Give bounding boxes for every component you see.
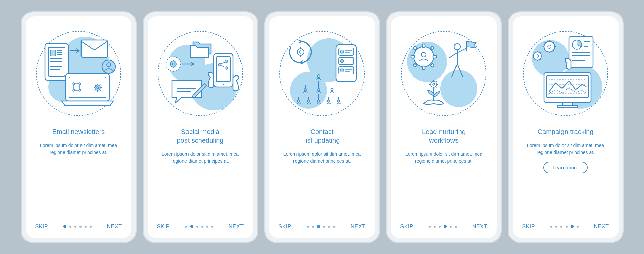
svg-point-73 [340,69,344,72]
svg-point-37 [170,61,176,67]
pagination-dot[interactable] [206,226,208,228]
pagination-dot[interactable] [211,226,213,228]
svg-line-134 [534,59,534,60]
pagination-dot[interactable] [444,225,447,228]
skip-button[interactable]: SKIP [35,224,48,230]
onboarding-footer: SKIP NEXT [400,224,487,230]
pagination-dot[interactable] [185,226,187,228]
svg-point-19 [95,85,100,90]
pagination-dot[interactable] [90,226,92,228]
illustration-campaign-tracking [522,30,609,117]
onboarding-title: Email newsletters [52,127,105,136]
skip-button[interactable]: SKIP [157,224,170,230]
pagination-dot[interactable] [429,226,431,228]
onboarding-footer: SKIP NEXT [522,224,609,230]
pagination-dot[interactable] [577,226,579,228]
svg-point-49 [225,60,228,63]
phone-mockup: Email newsletters Lorem ipsum dolor sit … [21,11,137,243]
svg-line-120 [436,81,437,82]
onboarding-title: Lead-nurturing workflows [422,127,466,145]
svg-point-93 [308,100,310,102]
skip-button[interactable]: SKIP [279,224,291,230]
phone-mockup: Contact list updating Lorem ipsum dolor … [264,11,380,243]
onboarding-screen: Social media post scheduling Lorem ipsum… [148,16,253,238]
pagination-dot[interactable] [307,226,309,228]
onboarding-body: Lorem ipsum dolor sit dim amet, mea regi… [38,142,119,156]
svg-line-118 [431,81,431,82]
onboarding-body: Lorem ipsum dolor sit dim amet, mea regi… [282,151,362,165]
pagination-dot[interactable] [328,226,330,228]
pagination-dot[interactable] [79,226,82,228]
phone-mockup: Social media post scheduling Lorem ipsum… [143,11,258,243]
pagination-dot[interactable] [201,226,203,228]
phone-mockup: Lead-nurturing workflows Lorem ipsum dol… [386,11,502,243]
svg-line-119 [436,87,437,87]
svg-point-112 [431,81,437,87]
onboarding-screen: Contact list updating Lorem ipsum dolor … [269,16,375,238]
pagination-dot[interactable] [69,226,71,228]
onboarding-screen: Email newsletters Lorem ipsum dolor sit … [26,16,131,238]
pagination-dot[interactable] [317,225,320,228]
pagination-dots [550,225,579,228]
pagination-dot[interactable] [571,225,574,228]
pagination-dot[interactable] [333,226,335,228]
pagination-dot[interactable] [560,226,562,228]
pagination-dot[interactable] [450,226,452,228]
onboarding-title: Contact list updating [304,127,340,145]
svg-rect-157 [557,106,578,108]
skip-button[interactable]: SKIP [400,224,413,230]
next-button[interactable]: NEXT [472,224,487,230]
pagination-dot[interactable] [74,226,76,228]
next-button[interactable]: NEXT [107,224,122,230]
svg-point-57 [297,49,304,55]
pagination-dot[interactable] [85,226,87,228]
phone-mockup: Campaign tracking Lorem ipsum dolor sit … [508,11,624,243]
onboarding-body: Lorem ipsum dolor sit dim amet, mea regi… [525,142,606,156]
svg-point-125 [533,52,541,60]
pagination-dot[interactable] [550,226,552,228]
pagination-dots [185,225,213,228]
svg-rect-101 [422,44,425,47]
onboarding-footer: SKIP NEXT [35,224,122,230]
pagination-dot[interactable] [323,226,325,228]
svg-rect-104 [433,55,436,58]
onboarding-screen: Campaign tracking Lorem ipsum dolor sit … [513,16,619,238]
svg-point-99 [440,70,477,107]
pagination-dot[interactable] [439,226,441,228]
illustration-social-media [157,30,244,117]
svg-point-110 [454,44,460,50]
next-button[interactable]: NEXT [594,224,609,230]
pagination-dot[interactable] [190,225,193,228]
skip-button[interactable]: SKIP [522,224,535,230]
learn-more-button[interactable]: Learn more [543,162,588,173]
svg-point-94 [318,100,320,102]
svg-rect-5 [50,50,56,56]
svg-line-131 [534,52,534,53]
illustration-contact-list [278,30,366,117]
onboarding-title: Social media post scheduling [177,127,224,145]
svg-point-95 [328,100,330,102]
next-button[interactable]: NEXT [351,224,366,230]
pagination-dot[interactable] [566,226,568,228]
svg-rect-102 [422,66,425,69]
illustration-lead-nurturing [400,30,487,117]
next-button[interactable]: NEXT [229,224,244,230]
svg-line-133 [540,52,541,53]
svg-point-96 [338,100,340,102]
pagination-dot[interactable] [555,226,557,228]
pagination-dot[interactable] [434,226,436,228]
svg-point-65 [340,50,344,53]
svg-point-84 [331,88,333,91]
onboarding-title: Campaign tracking [538,127,594,136]
pagination-dots [307,225,335,228]
pagination-dot[interactable] [312,226,314,228]
pagination-dot[interactable] [63,225,66,228]
svg-rect-156 [563,102,572,106]
svg-point-69 [340,59,344,63]
svg-line-121 [431,87,431,87]
pagination-dots [63,225,92,228]
pagination-dot[interactable] [196,226,198,228]
pagination-dots [429,225,457,228]
pagination-dot[interactable] [455,226,457,228]
svg-rect-17 [66,73,109,101]
